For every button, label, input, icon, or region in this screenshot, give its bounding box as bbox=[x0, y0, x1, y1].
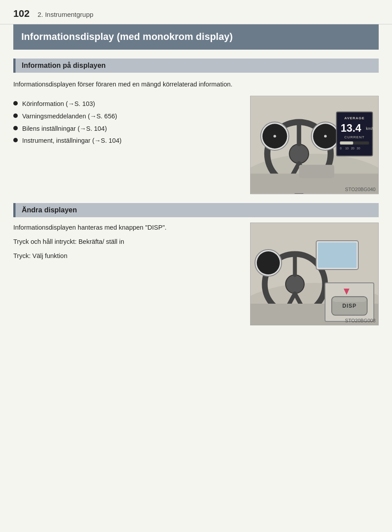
disp-image: DISP bbox=[251, 223, 378, 325]
section2-content-row: Informationsdisplayen hanteras med knapp… bbox=[13, 223, 379, 325]
bullet-text: Körinformation (→S. 103) bbox=[22, 99, 95, 109]
svg-text:DISP: DISP bbox=[342, 303, 357, 309]
svg-point-30 bbox=[286, 275, 304, 293]
svg-point-3 bbox=[289, 144, 309, 164]
bullet-dot bbox=[13, 101, 18, 106]
subsection-2-title: Ändra displayen bbox=[22, 206, 77, 214]
section1-intro: Informationsdisplayen förser föraren med… bbox=[13, 79, 379, 90]
svg-text:10: 10 bbox=[345, 147, 349, 150]
bullet-text: Bilens inställningar (→S. 104) bbox=[22, 124, 107, 134]
section2-line3: Tryck: Välj funktion bbox=[13, 251, 239, 262]
image-caption-2: STO20BG008 bbox=[345, 318, 376, 323]
main-content: Informationsdisplay (med monokrom displa… bbox=[0, 24, 392, 348]
subsection-header-2: Ändra displayen bbox=[13, 203, 379, 217]
chapter-title: 2. Instrumentgrupp bbox=[38, 11, 94, 18]
section2-text-col: Informationsdisplayen hanteras med knapp… bbox=[13, 223, 241, 265]
svg-point-10 bbox=[274, 135, 276, 137]
svg-rect-36 bbox=[318, 243, 357, 268]
svg-text:CURRENT: CURRENT bbox=[344, 135, 365, 139]
section1-image-col: AVERAGE 13.4 km/L CURRENT 0 bbox=[250, 96, 379, 194]
section2-line2: Tryck och håll intryckt: Bekräfta/ ställ… bbox=[13, 237, 239, 247]
svg-rect-44 bbox=[333, 297, 366, 302]
svg-text:30: 30 bbox=[357, 147, 360, 150]
subsection-1-title: Information på displayen bbox=[22, 62, 106, 69]
svg-text:AVERAGE: AVERAGE bbox=[345, 117, 365, 121]
disp-image-box: DISP STO20BG008 bbox=[250, 223, 379, 325]
svg-text:km/L: km/L bbox=[366, 126, 374, 131]
section-banner-title: Informationsdisplay (med monokrom displa… bbox=[21, 31, 233, 42]
dashboard-svg: AVERAGE 13.4 km/L CURRENT 0 bbox=[251, 96, 378, 194]
list-item: Varningsmeddelanden (→S. 656) bbox=[13, 112, 239, 121]
section-banner: Informationsdisplay (med monokrom displa… bbox=[13, 24, 379, 50]
cluster-image-box: AVERAGE 13.4 km/L CURRENT 0 bbox=[250, 96, 379, 194]
list-item: Körinformation (→S. 103) bbox=[13, 99, 239, 109]
disp-svg: DISP bbox=[251, 223, 379, 325]
svg-point-38 bbox=[257, 251, 280, 274]
bullet-text: Instrument, inställningar (→S. 104) bbox=[22, 136, 122, 146]
bullet-list: Körinformation (→S. 103) Varningsmeddela… bbox=[13, 99, 239, 146]
svg-point-13 bbox=[324, 135, 327, 137]
svg-text:20: 20 bbox=[351, 147, 354, 150]
bullet-dot bbox=[13, 138, 18, 142]
cluster-image: AVERAGE 13.4 km/L CURRENT 0 bbox=[251, 96, 378, 194]
bullet-dot bbox=[13, 113, 18, 118]
svg-rect-20 bbox=[340, 141, 353, 145]
bullet-text: Varningsmeddelanden (→S. 656) bbox=[22, 112, 117, 121]
section2-line1: Informationsdisplayen hanteras med knapp… bbox=[13, 223, 239, 233]
page-number: 102 bbox=[13, 8, 30, 20]
image-caption-1: STO20BG040 bbox=[345, 187, 376, 192]
section1-text-col: Körinformation (→S. 103) Varningsmeddela… bbox=[13, 96, 241, 149]
svg-text:0: 0 bbox=[340, 147, 342, 150]
section1-content-row: Körinformation (→S. 103) Varningsmeddela… bbox=[13, 96, 379, 194]
svg-rect-26 bbox=[299, 165, 334, 178]
subsection-header-1: Information på displayen bbox=[13, 59, 379, 73]
svg-text:13.4: 13.4 bbox=[341, 122, 361, 134]
list-item: Instrument, inställningar (→S. 104) bbox=[13, 136, 239, 146]
page: 102 2. Instrumentgrupp Informationsdispl… bbox=[0, 0, 392, 532]
section2-image-col: DISP STO20BG008 bbox=[250, 223, 379, 325]
page-header: 102 2. Instrumentgrupp bbox=[0, 0, 392, 24]
list-item: Bilens inställningar (→S. 104) bbox=[13, 124, 239, 134]
bullet-dot bbox=[13, 126, 18, 130]
